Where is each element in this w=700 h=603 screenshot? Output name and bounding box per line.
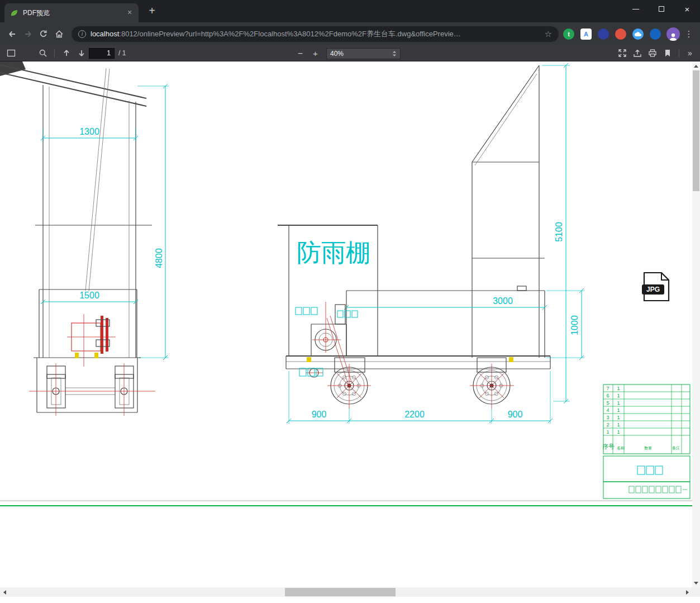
- title-block-col-note: 备注: [672, 445, 680, 450]
- minimize-button[interactable]: —: [623, 0, 649, 18]
- select-arrows-icon: [392, 50, 397, 57]
- dim-1500: 1500: [79, 291, 99, 300]
- home-button[interactable]: [51, 26, 67, 42]
- dim-2200: 2200: [404, 410, 425, 419]
- reload-button[interactable]: [36, 26, 51, 42]
- page-number-input[interactable]: [89, 48, 115, 59]
- sidebar-toggle-button[interactable]: [3, 46, 18, 60]
- close-button[interactable]: ×: [674, 0, 700, 18]
- svg-text:1: 1: [617, 400, 620, 406]
- extension-icon-translate[interactable]: A: [580, 29, 592, 40]
- browser-menu-icon[interactable]: ⋮: [682, 29, 696, 39]
- browser-navbar: i localhost:8012/onlinePreview?url=http%…: [0, 22, 700, 45]
- cad-drawing: 1300 4800 1500: [0, 61, 692, 587]
- browser-titlebar: PDF预览 × + — ×: [0, 0, 700, 22]
- title-block-row-numbers: 7 6 5 4 3 2 1 1 1 1 1 1 1 1: [606, 386, 620, 435]
- svg-text:1: 1: [617, 429, 620, 435]
- toolbar-separator: [679, 49, 679, 58]
- url-host: localhost: [91, 30, 119, 38]
- svg-text:1: 1: [617, 422, 620, 428]
- jpg-file-icon: JPG: [642, 273, 669, 301]
- page-bottom-lines: [0, 501, 692, 506]
- back-button[interactable]: [4, 26, 20, 42]
- pdf-toolbar: / 1 − + 40% »: [0, 45, 700, 61]
- svg-text:5: 5: [606, 400, 609, 406]
- dim-1000: 1000: [570, 315, 579, 335]
- dim-900-right: 900: [508, 410, 523, 419]
- previous-page-button[interactable]: [59, 46, 74, 60]
- window-controls: — ×: [623, 0, 700, 18]
- title-block-col-seq: 序号: [602, 443, 615, 450]
- dim-4800: 4800: [154, 248, 164, 268]
- address-bar[interactable]: i localhost:8012/onlinePreview?url=http%…: [72, 26, 559, 42]
- browser-window: PDF预览 × + — × i localhost:8012/onlinePre…: [0, 0, 700, 603]
- front-view: 1300 4800 1500: [0, 61, 169, 416]
- zoom-controls: − + 40%: [293, 46, 401, 60]
- extension-icon-cloud[interactable]: [632, 29, 644, 40]
- zoom-value: 40%: [330, 50, 344, 58]
- print-button[interactable]: [645, 46, 660, 60]
- maximize-icon: [659, 6, 664, 12]
- url-rest: :8012/onlinePreview?url=http%3A%2F%2Floc…: [119, 30, 460, 38]
- bookmark-button[interactable]: [660, 46, 675, 60]
- bookmark-star-icon[interactable]: ☆: [545, 29, 552, 39]
- extensions-area: t A: [563, 29, 661, 40]
- zoom-out-button[interactable]: −: [293, 46, 308, 60]
- side-view: 防雨棚 3000 1000: [278, 63, 584, 424]
- next-page-button[interactable]: [74, 46, 89, 60]
- zoom-select[interactable]: 40%: [326, 48, 401, 59]
- site-info-icon[interactable]: i: [78, 30, 86, 38]
- svg-text:4: 4: [606, 407, 609, 413]
- svg-text:1: 1: [617, 415, 620, 420]
- scrollbar-corner: [692, 587, 700, 597]
- dim-1300: 1300: [79, 127, 99, 136]
- zoom-in-button[interactable]: +: [308, 46, 323, 60]
- jpg-label: JPG: [646, 286, 660, 293]
- svg-text:2: 2: [606, 422, 609, 428]
- open-file-button[interactable]: [630, 46, 645, 60]
- canopy-label: 防雨棚: [297, 239, 370, 266]
- toolbar-right-group: »: [615, 46, 697, 60]
- toolbar-overflow-button[interactable]: »: [683, 49, 697, 58]
- tab-favicon-leaf-icon: [10, 9, 18, 17]
- title-block-table: 7 6 5 4 3 2 1 1 1 1 1 1 1 1 序号 名称 数量: [602, 384, 690, 498]
- vertical-scrollbar[interactable]: [692, 61, 700, 587]
- svg-text:7: 7: [606, 386, 609, 391]
- tab-title: PDF预览: [23, 8, 121, 18]
- scroll-left-arrow[interactable]: [0, 587, 9, 597]
- new-tab-button[interactable]: +: [144, 3, 160, 19]
- horizontal-scrollbar[interactable]: [0, 587, 692, 597]
- extension-icon-3[interactable]: [598, 29, 609, 40]
- scroll-up-arrow[interactable]: [692, 61, 700, 70]
- svg-text:1: 1: [606, 429, 609, 435]
- toolbar-separator: [54, 49, 55, 58]
- profile-avatar[interactable]: [666, 27, 680, 41]
- svg-text:1: 1: [617, 393, 620, 398]
- browser-tab[interactable]: PDF预览 ×: [4, 3, 139, 22]
- extension-icon-4[interactable]: [615, 29, 626, 40]
- title-block-col-qty: 数量: [644, 446, 652, 450]
- scroll-down-arrow[interactable]: [692, 578, 700, 587]
- horizontal-scrollbar-thumb[interactable]: [285, 588, 396, 596]
- maximize-button[interactable]: [649, 0, 674, 18]
- vertical-scrollbar-thumb[interactable]: [693, 70, 699, 191]
- dim-5100: 5100: [554, 222, 564, 242]
- svg-text:3: 3: [606, 415, 609, 420]
- forward-button[interactable]: [20, 26, 36, 42]
- url-text: localhost:8012/onlinePreview?url=http%3A…: [91, 29, 540, 39]
- svg-text:1: 1: [617, 407, 620, 413]
- tab-close-icon[interactable]: ×: [125, 8, 134, 17]
- dim-3000: 3000: [493, 296, 513, 306]
- scroll-right-arrow[interactable]: [683, 587, 692, 597]
- svg-text:1: 1: [617, 386, 620, 391]
- pdf-page-view[interactable]: 1300 4800 1500: [0, 61, 700, 603]
- page-total-label: / 1: [118, 49, 126, 57]
- dim-900-left: 900: [312, 410, 327, 419]
- svg-text:6: 6: [606, 393, 609, 398]
- extension-icon-6[interactable]: [650, 29, 661, 40]
- extension-icon-1[interactable]: t: [563, 29, 574, 40]
- title-block-col-name: 名称: [617, 446, 625, 450]
- search-button[interactable]: [35, 46, 50, 60]
- presentation-mode-button[interactable]: [615, 46, 630, 60]
